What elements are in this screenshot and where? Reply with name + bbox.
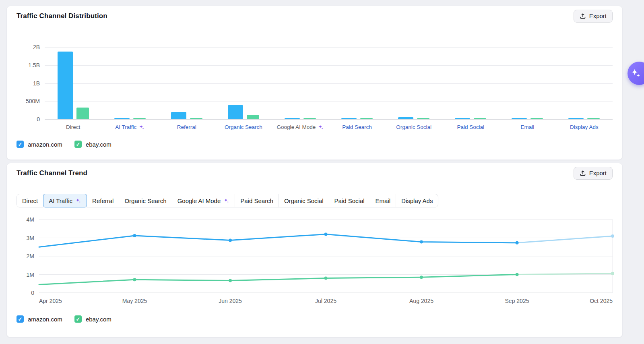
trend-export-button[interactable]: Export xyxy=(574,167,613,180)
bar-ebay.com[interactable] xyxy=(303,118,316,119)
bar-y-axis: 0500M1B1.5B2B xyxy=(13,47,45,119)
tab-label: AI Traffic xyxy=(49,197,72,204)
trend-tabs: DirectAI TrafficReferralOrganic SearchGo… xyxy=(17,194,438,207)
tab-referral[interactable]: Referral xyxy=(87,194,119,207)
tab-organic-social[interactable]: Organic Social xyxy=(279,194,329,207)
legend-label: amazon.com xyxy=(28,141,62,148)
tab-label: Referral xyxy=(92,197,114,204)
distribution-card-header: Traffic Channel Distribution Export xyxy=(7,6,622,26)
trend-line-svg xyxy=(39,220,613,293)
category-label-Display Ads[interactable]: Display Ads xyxy=(556,124,613,130)
tab-display-ads[interactable]: Display Ads xyxy=(396,194,438,207)
category-label-text: Google AI Mode xyxy=(277,124,316,130)
category-label-Email[interactable]: Email xyxy=(499,124,556,130)
bar-amazon.com[interactable] xyxy=(398,117,413,119)
sparkle-icon xyxy=(318,124,324,130)
bar-ebay.com[interactable] xyxy=(360,118,373,119)
bar-group-Google AI Mode xyxy=(272,47,328,119)
tab-label: Google AI Mode xyxy=(178,197,221,204)
category-label-Referral[interactable]: Referral xyxy=(158,124,215,130)
y-axis-tick: 4M xyxy=(27,216,34,223)
bar-ebay.com[interactable] xyxy=(133,118,146,119)
bar-ebay.com[interactable] xyxy=(247,115,259,119)
category-label-Direct: Direct xyxy=(45,124,101,130)
category-label-Paid Search[interactable]: Paid Search xyxy=(328,124,385,130)
category-label-text: Organic Search xyxy=(225,124,262,130)
x-axis-label: May 2025 xyxy=(122,298,147,304)
check-icon: ✓ xyxy=(76,317,80,322)
y-axis-tick: 0 xyxy=(37,116,40,122)
legend-item-amazon.com[interactable]: ✓amazon.com xyxy=(17,141,62,148)
tab-label: Organic Social xyxy=(284,197,324,204)
sparkle-icon xyxy=(139,124,144,130)
bar-amazon.com[interactable] xyxy=(228,105,243,119)
legend-item-amazon.com[interactable]: ✓amazon.com xyxy=(17,315,62,323)
y-axis-tick: 1M xyxy=(27,271,34,278)
bar-amazon.com[interactable] xyxy=(455,118,470,119)
tab-label: Email xyxy=(376,197,391,204)
bar-amazon.com[interactable] xyxy=(114,118,130,119)
tab-direct[interactable]: Direct xyxy=(17,194,43,207)
category-label-Organic Search[interactable]: Organic Search xyxy=(215,124,272,130)
export-label: Export xyxy=(589,170,607,176)
traffic-channel-distribution-card: Traffic Channel Distribution Export 0500… xyxy=(6,6,623,160)
trend-legend: ✓amazon.com✓ebay.com xyxy=(17,315,622,323)
category-label-text: Referral xyxy=(177,124,196,130)
category-label-text: Organic Social xyxy=(396,124,431,130)
y-axis-tick: 2B xyxy=(33,44,40,50)
bar-group-Email xyxy=(499,47,556,119)
bar-ebay.com[interactable] xyxy=(190,118,202,119)
trend-y-axis: 01M2M3M4M xyxy=(13,220,39,293)
sparkle-icon xyxy=(630,68,641,79)
bar-group-Paid Search xyxy=(328,47,385,119)
distribution-export-button[interactable]: Export xyxy=(574,10,613,23)
category-label-text: Email xyxy=(520,124,534,130)
tab-paid-search[interactable]: Paid Search xyxy=(235,194,279,207)
bar-amazon.com[interactable] xyxy=(58,52,73,119)
bar-amazon.com[interactable] xyxy=(341,118,357,119)
bar-ebay.com[interactable] xyxy=(76,108,89,119)
legend-label: ebay.com xyxy=(86,141,111,148)
category-label-Organic Social[interactable]: Organic Social xyxy=(386,124,442,130)
legend-item-ebay.com[interactable]: ✓ebay.com xyxy=(74,315,111,323)
x-axis-label: Sep 2025 xyxy=(505,298,529,304)
bar-ebay.com[interactable] xyxy=(530,118,543,119)
trend-card-header: Traffic Channel Trend Export xyxy=(7,163,622,183)
bar-amazon.com[interactable] xyxy=(512,118,527,119)
category-label-text: AI Traffic xyxy=(115,124,136,130)
x-axis-label: Jun 2025 xyxy=(219,298,242,304)
y-axis-tick: 500M xyxy=(26,98,40,104)
bar-amazon.com[interactable] xyxy=(285,118,300,119)
tab-label: Direct xyxy=(22,197,38,204)
legend-checkbox[interactable]: ✓ xyxy=(74,315,82,323)
check-icon: ✓ xyxy=(18,142,23,147)
tab-email[interactable]: Email xyxy=(370,194,396,207)
bar-group-Organic Social xyxy=(386,47,442,119)
ai-assistant-button[interactable] xyxy=(627,62,644,85)
category-label-text: Direct xyxy=(66,124,80,130)
x-axis-label: Oct 2025 xyxy=(590,298,613,304)
category-label-Paid Social[interactable]: Paid Social xyxy=(442,124,499,130)
legend-checkbox[interactable]: ✓ xyxy=(17,315,24,323)
traffic-channel-trend-card: Traffic Channel Trend Export DirectAI Tr… xyxy=(6,163,623,338)
y-axis-tick: 2M xyxy=(27,253,34,259)
legend-checkbox[interactable]: ✓ xyxy=(17,141,24,148)
tab-organic-search[interactable]: Organic Search xyxy=(119,194,172,207)
bar-ebay.com[interactable] xyxy=(474,118,486,119)
tab-google-ai-mode[interactable]: Google AI Mode xyxy=(172,194,235,207)
bar-ebay.com[interactable] xyxy=(587,118,600,119)
legend-item-ebay.com[interactable]: ✓ebay.com xyxy=(74,141,111,148)
upload-icon xyxy=(580,13,586,19)
bar-amazon.com[interactable] xyxy=(568,118,584,119)
tab-paid-social[interactable]: Paid Social xyxy=(329,194,370,207)
bar-ebay.com[interactable] xyxy=(417,118,429,119)
trend-title: Traffic Channel Trend xyxy=(17,169,87,177)
sparkle-icon xyxy=(223,198,229,204)
tab-ai-traffic[interactable]: AI Traffic xyxy=(43,194,87,207)
tab-label: Paid Search xyxy=(240,197,273,204)
legend-checkbox[interactable]: ✓ xyxy=(74,141,82,148)
tab-label: Paid Social xyxy=(334,197,365,204)
category-label-AI Traffic[interactable]: AI Traffic xyxy=(101,124,158,130)
bar-amazon.com[interactable] xyxy=(171,112,186,119)
bar-plot xyxy=(45,47,613,119)
